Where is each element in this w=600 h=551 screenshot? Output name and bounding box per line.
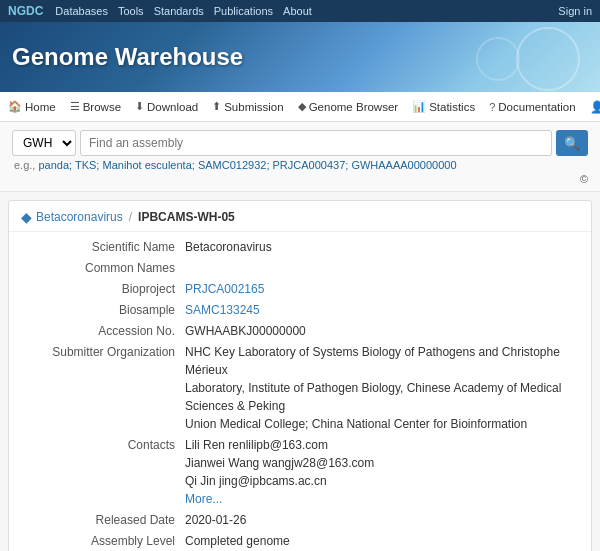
detail-assembly-level: Assembly Level Completed genome <box>25 532 575 550</box>
accession-label: Accession No. <box>25 322 185 340</box>
nav-submission[interactable]: ⬆ Submission <box>212 100 283 113</box>
common-names-value <box>185 259 575 277</box>
assembly-level-label: Assembly Level <box>25 532 185 550</box>
biosample-link[interactable]: SAMC133245 <box>185 303 260 317</box>
nav-login[interactable]: 👤 Login <box>590 100 600 114</box>
search-button[interactable]: 🔍 <box>556 130 588 156</box>
nav-home[interactable]: 🏠 Home <box>8 100 56 113</box>
nav-browse[interactable]: ☰ Browse <box>70 100 121 113</box>
browse-icon: ☰ <box>70 100 80 113</box>
accession-value: GWHAABKJ00000000 <box>185 322 575 340</box>
ngdc-logo: NGDC <box>8 4 43 18</box>
submitter-org-line3: Union Medical College; China National Ce… <box>185 415 575 433</box>
detail-submitter-org: Submitter Organization NHC Key Laborator… <box>25 343 575 433</box>
search-input[interactable] <box>80 130 552 156</box>
submitter-org-label: Submitter Organization <box>25 343 185 433</box>
nav-documentation[interactable]: ? Documentation <box>489 101 575 113</box>
nav-right: 👤 Login ✎ Sign up <box>590 100 600 114</box>
example-prjca[interactable]: PRJCA000437; <box>273 159 349 171</box>
detail-bioproject: Bioproject PRJCA002165 <box>25 280 575 298</box>
nav-submission-label: Submission <box>224 101 283 113</box>
breadcrumb-separator: / <box>129 210 132 224</box>
search-bar: GWH 🔍 e.g., panda; TKS; Manihot esculent… <box>0 122 600 192</box>
nav-documentation-label: Documentation <box>498 101 575 113</box>
download-icon: ⬇ <box>135 100 144 113</box>
search-select[interactable]: GWH <box>12 130 76 156</box>
hero-title: Genome Warehouse <box>12 43 243 71</box>
contact3: Qi Jin jing@ipbcams.ac.cn <box>185 472 575 490</box>
nav-about[interactable]: About <box>283 5 312 17</box>
contact1: Lili Ren renlilipb@163.com <box>185 436 575 454</box>
example-panda[interactable]: panda; TKS; <box>38 159 99 171</box>
detail-biosample: Biosample SAMC133245 <box>25 301 575 319</box>
dna-icon: ◆ <box>21 209 32 225</box>
released-value: 2020-01-26 <box>185 511 575 529</box>
top-nav: NGDC Databases Tools Standards Publicati… <box>0 0 600 22</box>
breadcrumb-row: © <box>12 171 588 187</box>
detail-accession: Accession No. GWHAABKJ00000000 <box>25 322 575 340</box>
example-label: e.g., <box>14 159 35 171</box>
submission-icon: ⬆ <box>212 100 221 113</box>
documentation-icon: ? <box>489 101 495 113</box>
nav-genome-browser[interactable]: ◆ Genome Browser <box>298 100 398 113</box>
detail-contacts: Contacts Lili Ren renlilipb@163.com Jian… <box>25 436 575 508</box>
nav-download-label: Download <box>147 101 198 113</box>
detail-common-names: Common Names <box>25 259 575 277</box>
breadcrumb-current: IPBCAMS-WH-05 <box>138 210 235 224</box>
scientific-name-label: Scientific Name <box>25 238 185 256</box>
example-gwh[interactable]: GWHAAAA00000000 <box>351 159 456 171</box>
released-label: Released Date <box>25 511 185 529</box>
nav-home-label: Home <box>25 101 56 113</box>
bioproject-link[interactable]: PRJCA002165 <box>185 282 264 296</box>
submitter-org-value: NHC Key Laboratory of Systems Biology of… <box>185 343 575 433</box>
contacts-value: Lili Ren renlilipb@163.com Jianwei Wang … <box>185 436 575 508</box>
nav-standards[interactable]: Standards <box>154 5 204 17</box>
page-breadcrumb: ◆ Betacoronavirus / IPBCAMS-WH-05 <box>9 201 591 232</box>
nav-tools[interactable]: Tools <box>118 5 144 17</box>
search-example: e.g., panda; TKS; Manihot esculenta; SAM… <box>12 159 588 171</box>
nav-statistics-label: Statistics <box>429 101 475 113</box>
more-contacts-link[interactable]: More... <box>185 492 222 506</box>
bioproject-value: PRJCA002165 <box>185 280 575 298</box>
example-samc[interactable]: SAMC012932; <box>198 159 270 171</box>
detail-released: Released Date 2020-01-26 <box>25 511 575 529</box>
login-icon: 👤 <box>590 100 600 114</box>
signin-link[interactable]: Sign in <box>558 5 592 17</box>
genome-browser-icon: ◆ <box>298 100 306 113</box>
assembly-level-value: Completed genome <box>185 532 575 550</box>
contact2: Jianwei Wang wangjw28@163.com <box>185 454 575 472</box>
breadcrumb-parent[interactable]: Betacoronavirus <box>36 210 123 224</box>
detail-scientific-name: Scientific Name Betacoronavirus <box>25 238 575 256</box>
nav-browse-label: Browse <box>83 101 121 113</box>
scientific-name-value: Betacoronavirus <box>185 238 575 256</box>
breadcrumb-symbol: © <box>580 173 588 185</box>
bioproject-label: Bioproject <box>25 280 185 298</box>
hero-banner: Genome Warehouse <box>0 22 600 92</box>
detail-table: Scientific Name Betacoronavirus Common N… <box>9 232 591 551</box>
common-names-label: Common Names <box>25 259 185 277</box>
example-manihot[interactable]: Manihot esculenta; <box>102 159 194 171</box>
secondary-nav: 🏠 Home ☰ Browse ⬇ Download ⬆ Submission … <box>0 92 600 122</box>
submitter-org-line2: Laboratory, Institute of Pathogen Biolog… <box>185 379 575 415</box>
nav-statistics[interactable]: 📊 Statistics <box>412 100 475 113</box>
biosample-value: SAMC133245 <box>185 301 575 319</box>
nav-genome-browser-label: Genome Browser <box>309 101 398 113</box>
main-detail-card: ◆ Betacoronavirus / IPBCAMS-WH-05 Scient… <box>8 200 592 551</box>
contacts-label: Contacts <box>25 436 185 508</box>
home-icon: 🏠 <box>8 100 22 113</box>
nav-databases[interactable]: Databases <box>55 5 108 17</box>
statistics-icon: 📊 <box>412 100 426 113</box>
biosample-label: Biosample <box>25 301 185 319</box>
nav-publications[interactable]: Publications <box>214 5 273 17</box>
submitter-org-line1: NHC Key Laboratory of Systems Biology of… <box>185 343 575 379</box>
nav-download[interactable]: ⬇ Download <box>135 100 198 113</box>
